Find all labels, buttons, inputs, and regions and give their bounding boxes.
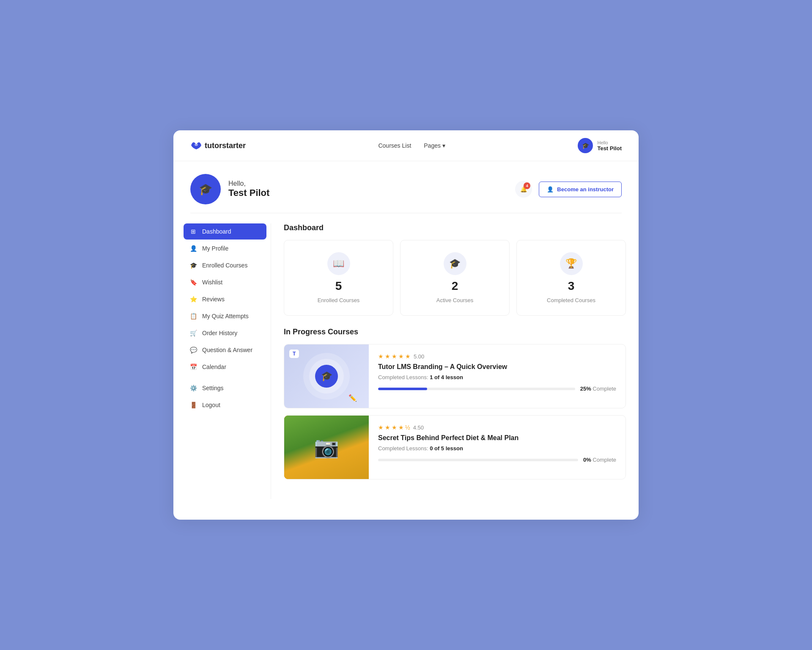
course-lessons-1: Completed Lessons: 1 of 4 lesson [378, 374, 616, 380]
completed-courses-icon: 🏆 [560, 252, 583, 275]
logout-icon: 🚪 [189, 401, 197, 409]
profile-icon: 👤 [189, 245, 197, 252]
nav-user-info: Hello Test Pilot [597, 140, 622, 151]
stat-card-enrolled: 📖 5 Enrolled Courses [284, 240, 393, 316]
active-label: Active Courses [436, 297, 473, 303]
notification-button[interactable]: 🔔 4 [515, 181, 532, 198]
stats-grid: 📖 5 Enrolled Courses 🎓 2 Active Courses … [284, 240, 626, 316]
main-content: Dashboard 📖 5 Enrolled Courses 🎓 2 Activ… [271, 223, 639, 499]
sidebar: ⊞ Dashboard 👤 My Profile 🎓 Enrolled Cour… [173, 223, 271, 499]
completed-count: 3 [568, 279, 575, 293]
top-nav: tutorstarter Courses List Pages ▾ 🎓 Hell… [173, 130, 639, 161]
course-thumbnail-2: 📷 [284, 416, 369, 479]
quiz-icon: 📋 [189, 312, 197, 320]
sidebar-item-dashboard[interactable]: ⊞ Dashboard [184, 223, 266, 240]
stat-card-completed: 🏆 3 Completed Courses [516, 240, 626, 316]
course-stars-1: ★ ★ ★ ★ ★ 5.00 [378, 353, 616, 360]
hero-name: Test Pilot [228, 187, 269, 198]
enrolled-icon: 🎓 [189, 262, 197, 269]
course-lessons-2: Completed Lessons: 0 of 5 lesson [378, 445, 616, 452]
nav-user: 🎓 Hello Test Pilot [578, 138, 622, 153]
sidebar-label-my-profile: My Profile [202, 245, 228, 252]
logo-text: tutorstarter [205, 141, 246, 150]
sidebar-item-reviews[interactable]: ⭐ Reviews [184, 291, 266, 307]
chevron-down-icon: ▾ [442, 142, 445, 149]
hero-right: 🔔 4 👤 Become an instructor [515, 181, 622, 198]
course-thumb-badge: T [289, 350, 299, 358]
in-progress-title: In Progress Courses [284, 328, 626, 336]
progress-pct-1: 25% Complete [580, 386, 616, 392]
progress-container-2: 0% Complete [378, 457, 616, 463]
hero-avatar: 🎓 [190, 174, 221, 204]
sidebar-label-enrolled: Enrolled Courses [202, 262, 247, 269]
progress-container-1: 25% Complete [378, 386, 616, 392]
sidebar-item-my-profile[interactable]: 👤 My Profile [184, 240, 266, 256]
sidebar-label-settings: Settings [202, 385, 224, 391]
dashboard-icon: ⊞ [189, 228, 197, 235]
nav-avatar: 🎓 [578, 138, 593, 153]
hero-hello: Hello, [228, 180, 269, 187]
sidebar-label-orders: Order History [202, 330, 237, 336]
sidebar-label-qa: Question & Answer [202, 347, 252, 353]
course-logo-icon: 🎓 [315, 365, 338, 388]
nav-hello: Hello [597, 140, 622, 145]
completed-label: Completed Courses [547, 297, 595, 303]
sidebar-label-wishlist: Wishlist [202, 279, 222, 286]
enrolled-count: 5 [335, 279, 342, 293]
become-instructor-button[interactable]: 👤 Become an instructor [539, 182, 622, 197]
course-card-2: 📷 ★ ★ ★ ★ ½ 4.50 Secret Tips Behind Perf… [284, 415, 626, 479]
progress-bar-fill-1 [378, 388, 427, 390]
content-area: ⊞ Dashboard 👤 My Profile 🎓 Enrolled Cour… [173, 213, 639, 499]
course-thumbnail-1: T 🎓 ✏️ [284, 344, 369, 408]
course-stars-2: ★ ★ ★ ★ ½ 4.50 [378, 424, 616, 431]
svg-point-0 [195, 143, 198, 146]
sidebar-item-logout[interactable]: 🚪 Logout [184, 397, 266, 413]
sidebar-item-order-history[interactable]: 🛒 Order History [184, 325, 266, 341]
notification-badge: 4 [524, 182, 530, 189]
sidebar-label-dashboard: Dashboard [202, 228, 231, 235]
course-info-2: ★ ★ ★ ★ ½ 4.50 Secret Tips Behind Perfec… [369, 416, 625, 479]
course-rating-1: 5.00 [414, 353, 424, 360]
active-courses-icon: 🎓 [444, 252, 466, 275]
qa-icon: 💬 [189, 346, 197, 354]
course-card-1: T 🎓 ✏️ ★ ★ ★ ★ [284, 344, 626, 408]
person-icon: 👤 [547, 186, 554, 193]
pages-dropdown[interactable]: Pages ▾ [424, 142, 445, 149]
hero-header: 🎓 Hello, Test Pilot 🔔 4 👤 Become an inst… [173, 161, 639, 213]
progress-bar-bg-2 [378, 459, 578, 461]
enrolled-courses-icon: 📖 [327, 252, 350, 275]
courses-list-link[interactable]: Courses List [378, 142, 411, 149]
sidebar-item-wishlist[interactable]: 🔖 Wishlist [184, 274, 266, 290]
sidebar-item-enrolled-courses[interactable]: 🎓 Enrolled Courses [184, 257, 266, 273]
hero-greeting: Hello, Test Pilot [228, 180, 269, 198]
course-title-1: Tutor LMS Branding – A Quick Overview [378, 363, 616, 371]
active-count: 2 [452, 279, 458, 293]
progress-pct-2: 0% Complete [583, 457, 616, 463]
enrolled-label: Enrolled Courses [318, 297, 360, 303]
wishlist-icon: 🔖 [189, 278, 197, 286]
course-info-1: ★ ★ ★ ★ ★ 5.00 Tutor LMS Branding – A Qu… [369, 344, 625, 408]
reviews-icon: ⭐ [189, 295, 197, 303]
stat-card-active: 🎓 2 Active Courses [400, 240, 510, 316]
logo-icon [190, 141, 202, 150]
logo: tutorstarter [190, 141, 246, 150]
sidebar-item-settings[interactable]: ⚙️ Settings [184, 380, 266, 396]
sidebar-item-qa[interactable]: 💬 Question & Answer [184, 342, 266, 358]
course-title-2: Secret Tips Behind Perfect Diet & Meal P… [378, 434, 616, 442]
dashboard-title: Dashboard [284, 223, 626, 232]
sidebar-item-calendar[interactable]: 📅 Calendar [184, 359, 266, 375]
food-emoji: 📷 [314, 435, 339, 459]
sidebar-label-calendar: Calendar [202, 364, 226, 370]
sidebar-label-reviews: Reviews [202, 296, 225, 303]
order-icon: 🛒 [189, 329, 197, 337]
nav-links: Courses List Pages ▾ [378, 142, 445, 149]
progress-bar-bg-1 [378, 388, 575, 390]
sidebar-label-quiz: My Quiz Attempts [202, 313, 249, 319]
sidebar-label-logout: Logout [202, 402, 220, 408]
pencil-icon: ✏️ [348, 394, 357, 402]
hero-left: 🎓 Hello, Test Pilot [190, 174, 269, 204]
settings-icon: ⚙️ [189, 384, 197, 392]
sidebar-item-quiz-attempts[interactable]: 📋 My Quiz Attempts [184, 308, 266, 324]
course-rating-2: 4.50 [413, 424, 424, 431]
calendar-icon: 📅 [189, 363, 197, 371]
